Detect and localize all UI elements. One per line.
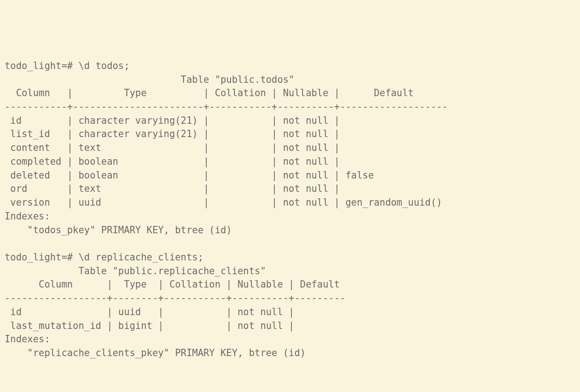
table2-indexes-label: Indexes: (5, 334, 50, 345)
table1-row: version | uuid | | not null | gen_random… (5, 197, 442, 208)
table2-indexes-line: "replicache_clients_pkey" PRIMARY KEY, b… (5, 347, 306, 358)
table2-title: Table "public.replicache_clients" (5, 265, 266, 277)
table1-header: Column | Type | Collation | Nullable | D… (5, 87, 414, 98)
table2-row: last_mutation_id | bigint | | not null | (5, 320, 294, 331)
table1-row: ord | text | | not null | (5, 183, 340, 194)
terminal-output: todo_light=# \d todos; Table "public.tod… (5, 59, 575, 360)
prompt-line-2: todo_light=# \d replicache_clients; (5, 252, 203, 263)
prompt-line-1: todo_light=# \d todos; (5, 60, 130, 71)
table1-row: completed | boolean | | not null | (5, 156, 340, 167)
table1-row: deleted | boolean | | not null | false (5, 170, 374, 181)
table1-row: id | character varying(21) | | not null … (5, 115, 340, 126)
table2-header: Column | Type | Collation | Nullable | D… (5, 279, 340, 290)
table1-divider: -----------+-----------------------+----… (5, 101, 448, 112)
table2-divider: ------------------+--------+-----------+… (5, 293, 346, 304)
table2-row: id | uuid | | not null | (5, 306, 294, 317)
table1-indexes-label: Indexes: (5, 211, 50, 222)
table1-title: Table "public.todos" (5, 74, 294, 85)
table1-row: list_id | character varying(21) | | not … (5, 128, 340, 139)
table1-row: content | text | | not null | (5, 142, 340, 153)
table1-indexes-line: "todos_pkey" PRIMARY KEY, btree (id) (5, 225, 232, 236)
